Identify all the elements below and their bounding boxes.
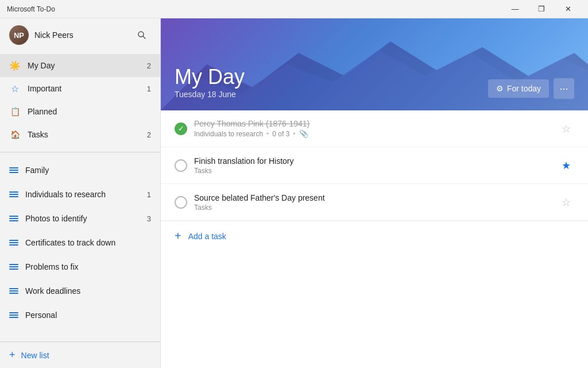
plus-icon: + [175,229,181,243]
task-list: Percy Thomas Pink (1876-1941) Individual… [161,110,588,368]
svg-rect-4 [9,172,18,173]
sidebar-item-my-day[interactable]: ☀️ My Day 2 [0,54,160,77]
table-row: Finish translation for History Tasks ★ [161,147,588,184]
table-row: Percy Thomas Pink (1876-1941) Individual… [161,110,588,147]
svg-rect-10 [9,220,18,221]
sidebar-item-tasks[interactable]: 🏠 Tasks 2 [0,123,160,146]
svg-rect-8 [9,216,18,217]
sidebar-item-count: 2 [147,62,151,70]
svg-rect-18 [9,290,18,292]
task-star-button[interactable]: ★ [558,158,574,174]
task-body: Percy Thomas Pink (1876-1941) Individual… [194,119,551,138]
task-list-name: Tasks [194,167,212,175]
svg-rect-22 [9,317,18,318]
svg-rect-5 [9,191,18,193]
sidebar-item-label: Tasks [28,130,140,139]
sidebar-item-count: 2 [147,131,151,139]
list-item-family[interactable]: Family [0,158,160,182]
page-subtitle: Tuesday 18 June [175,90,488,99]
list-label: Personal [25,310,151,320]
sidebar: NP Nick Peers ☀️ My Day 2 ☆ Important 1 [0,18,161,368]
table-row: Source belated Father's Day present Task… [161,184,588,221]
list-label: Certificates to track down [25,238,151,247]
maximize-button[interactable]: ❐ [528,0,555,18]
sidebar-item-count: 1 [147,85,151,93]
list-count: 3 [147,214,151,223]
app-title: Microsoft To-Do [7,5,502,13]
svg-rect-15 [9,266,18,267]
svg-rect-2 [9,167,18,168]
user-name: Nick Peers [34,30,127,40]
sidebar-lists: Family Individuals to research 1 Photos … [0,156,160,342]
new-list-label: New list [21,351,49,360]
sidebar-item-important[interactable]: ☆ Important 1 [0,77,160,100]
list-icon [9,287,18,295]
list-label: Individuals to research [25,190,140,199]
hero-header: My Day Tuesday 18 June ⚙ For today ··· [161,18,588,110]
minimize-button[interactable]: — [502,0,528,18]
svg-rect-12 [9,242,18,243]
user-profile[interactable]: NP Nick Peers [0,18,160,52]
sidebar-nav: ☀️ My Day 2 ☆ Important 1 📋 Planned 🏠 Ta… [0,52,160,148]
task-title: Percy Thomas Pink (1876-1941) [194,119,551,128]
task-title: Finish translation for History [194,156,551,166]
close-button[interactable]: ✕ [555,0,581,18]
list-icon [9,263,18,271]
titlebar: Microsoft To-Do — ❐ ✕ [0,0,588,18]
list-item-certificates[interactable]: Certificates to track down [0,231,160,255]
my-day-icon: ☀️ [9,60,21,71]
more-options-button[interactable]: ··· [554,78,574,99]
dot-separator: • [266,130,269,138]
add-task-button[interactable]: + Add a task [161,221,588,251]
list-item-problems[interactable]: Problems to fix [0,255,160,279]
task-meta: Tasks [194,167,551,175]
hero-actions: ⚙ For today ··· [488,78,574,99]
new-list-button[interactable]: + New list [0,342,160,368]
gear-icon: ⚙ [496,84,504,93]
attachment-icon: 📎 [299,129,308,138]
sidebar-item-planned[interactable]: 📋 Planned [0,100,160,123]
svg-rect-9 [9,218,18,219]
for-today-label: For today [507,84,541,93]
add-task-label: Add a task [188,232,226,241]
tasks-icon: 🏠 [9,129,21,140]
planned-icon: 📋 [9,106,21,117]
task-star-button[interactable]: ☆ [558,121,574,137]
task-star-button[interactable]: ☆ [558,194,574,210]
important-icon: ☆ [9,83,21,94]
search-button[interactable] [133,26,151,44]
list-label: Photos to identify [25,214,140,223]
task-complete-button[interactable] [175,196,187,209]
main-container: NP Nick Peers ☀️ My Day 2 ☆ Important 1 [0,18,588,368]
list-item-individuals[interactable]: Individuals to research 1 [0,182,160,206]
dot-separator: • [293,130,295,138]
task-complete-button[interactable] [175,122,187,135]
search-icon [137,30,146,40]
task-list-name: Individuals to research [194,130,263,138]
task-meta: Tasks [194,204,551,212]
page-title: My Day [175,66,488,89]
list-item-photos[interactable]: Photos to identify 3 [0,206,160,231]
list-label: Work deadlines [25,286,151,296]
task-title: Source belated Father's Day present [194,193,551,202]
svg-rect-14 [9,264,18,265]
svg-rect-20 [9,312,18,313]
task-list-name: Tasks [194,204,212,212]
task-complete-button[interactable] [175,159,187,172]
content-area: My Day Tuesday 18 June ⚙ For today ··· P… [161,18,588,368]
plus-icon: + [9,349,16,361]
svg-rect-7 [9,196,18,197]
list-label: Family [25,166,151,175]
avatar: NP [9,25,29,45]
ellipsis-icon: ··· [559,83,568,95]
sidebar-item-label: Planned [28,107,151,116]
svg-rect-6 [9,194,18,195]
task-meta: Individuals to research • 0 of 3 • 📎 [194,129,551,138]
sidebar-divider [0,152,160,152]
list-item-personal[interactable]: Personal [0,303,160,327]
for-today-button[interactable]: ⚙ For today [488,79,549,98]
list-label: Problems to fix [25,262,151,271]
list-item-work[interactable]: Work deadlines [0,279,160,303]
window-controls: — ❐ ✕ [502,0,581,18]
svg-rect-3 [9,170,18,171]
